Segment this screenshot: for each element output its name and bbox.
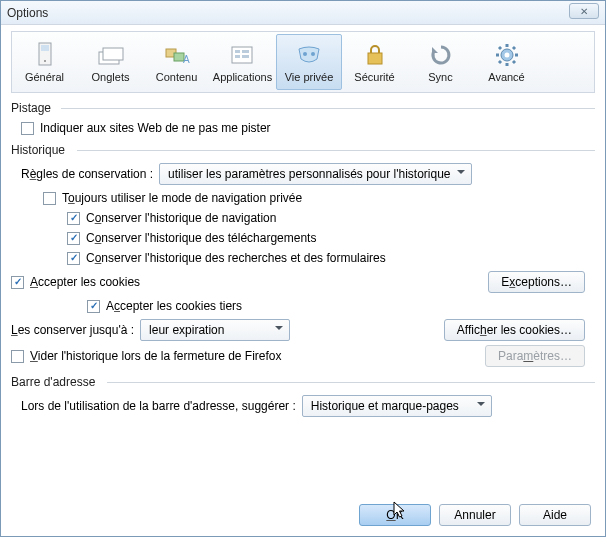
svg-rect-10 (242, 50, 249, 53)
ok-button[interactable]: OK (359, 504, 431, 526)
general-icon (31, 41, 59, 69)
suggest-dropdown[interactable]: Historique et marque-pages (302, 395, 492, 417)
params-button: Paramètres… (485, 345, 585, 367)
section-pistage: Pistage (11, 101, 595, 115)
rules-dropdown[interactable]: utiliser les paramètres personnalisés po… (159, 163, 471, 185)
tab-label: Onglets (92, 71, 130, 83)
dialog-buttons: OK Annuler Aide (359, 504, 591, 526)
rules-label: Règles de conservation : (21, 167, 153, 181)
close-button[interactable]: ✕ (569, 3, 599, 19)
section-addressbar: Barre d'adresse (11, 375, 595, 389)
tab-sync[interactable]: Sync (408, 32, 474, 92)
content-icon: A (163, 41, 191, 69)
svg-point-17 (504, 53, 509, 58)
tab-applications[interactable]: Applications (210, 32, 276, 92)
label-keep-dl: Conserver l'historique des téléchargemen… (86, 231, 316, 245)
keep-until-label: Les conserver jusqu'à : (11, 323, 134, 337)
label-always-private: Toujours utiliser le mode de navigation … (62, 191, 302, 205)
options-window: Options ✕ Général Onglets A Conte (0, 0, 606, 537)
svg-rect-1 (41, 45, 49, 51)
tab-vie-privee[interactable]: Vie privée (276, 34, 342, 90)
sync-icon (427, 41, 455, 69)
content-area: Général Onglets A Contenu Applications (1, 25, 605, 433)
tab-label: Vie privée (285, 71, 334, 83)
svg-rect-4 (103, 48, 123, 60)
label-keep-search: Conserver l'historique des recherches et… (86, 251, 386, 265)
tab-general[interactable]: Général (12, 32, 78, 92)
help-button[interactable]: Aide (519, 504, 591, 526)
tab-contenu[interactable]: A Contenu (144, 32, 210, 92)
svg-rect-15 (368, 53, 382, 64)
checkbox-keep-dl[interactable] (67, 232, 80, 245)
tab-label: Contenu (156, 71, 198, 83)
checkbox-always-private[interactable] (43, 192, 56, 205)
show-cookies-button[interactable]: Afficher les cookies… (444, 319, 585, 341)
svg-rect-11 (235, 55, 240, 58)
mask-icon (295, 41, 323, 69)
tabs-icon (97, 41, 125, 69)
tab-label: Avancé (488, 71, 525, 83)
tab-label: Sync (428, 71, 452, 83)
category-toolbar: Général Onglets A Contenu Applications (11, 31, 595, 93)
lock-icon (361, 41, 389, 69)
tab-securite[interactable]: Sécurité (342, 32, 408, 92)
exceptions-button[interactable]: Exceptions… (488, 271, 585, 293)
label-clear-on-close: Vider l'historique lors de la fermeture … (30, 349, 282, 363)
label-keep-nav: Conserver l'historique de navigation (86, 211, 276, 225)
svg-point-2 (44, 60, 46, 62)
checkbox-keep-search[interactable] (67, 252, 80, 265)
label-accept-cookies: Accepter les cookies (30, 275, 140, 289)
keep-until-dropdown[interactable]: leur expiration (140, 319, 290, 341)
svg-rect-12 (242, 55, 249, 58)
suggest-label: Lors de l'utilisation de la barre d'adre… (21, 399, 296, 413)
checkbox-clear-on-close[interactable] (11, 350, 24, 363)
label-accept-third: Accepter les cookies tiers (106, 299, 242, 313)
tab-label: Général (25, 71, 64, 83)
svg-line-24 (499, 61, 501, 63)
tab-onglets[interactable]: Onglets (78, 32, 144, 92)
svg-line-25 (513, 47, 515, 49)
svg-text:A: A (183, 54, 190, 65)
svg-point-13 (303, 52, 307, 56)
cancel-button[interactable]: Annuler (439, 504, 511, 526)
checkbox-accept-third[interactable] (87, 300, 100, 313)
checkbox-keep-nav[interactable] (67, 212, 80, 225)
label-dnt: Indiquer aux sites Web de ne pas me pist… (40, 121, 271, 135)
checkbox-dnt[interactable] (21, 122, 34, 135)
svg-line-22 (499, 47, 501, 49)
section-historique: Historique (11, 143, 595, 157)
tab-avance[interactable]: Avancé (474, 32, 540, 92)
tab-label: Applications (213, 71, 272, 83)
checkbox-accept-cookies[interactable] (11, 276, 24, 289)
tab-label: Sécurité (354, 71, 394, 83)
window-title: Options (7, 6, 48, 20)
svg-line-23 (513, 61, 515, 63)
svg-point-14 (311, 52, 315, 56)
applications-icon (229, 41, 257, 69)
svg-rect-9 (235, 50, 240, 53)
titlebar: Options ✕ (1, 1, 605, 25)
gear-icon (493, 41, 521, 69)
